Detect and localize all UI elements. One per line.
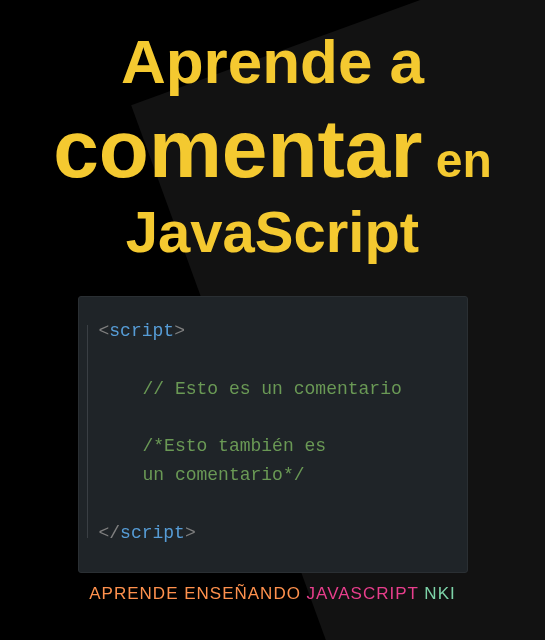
code-line-blank-3 — [99, 490, 443, 519]
code-line-comment-1: // Esto es un comentario — [99, 375, 443, 404]
title-word-en: en — [422, 134, 491, 187]
title-block: Aprende a comentar en JavaScript — [53, 28, 491, 264]
title-line-1: Aprende a — [53, 28, 491, 96]
title-word-comentar: comentar — [53, 103, 422, 194]
footer-text: APRENDE ENSEÑANDO JAVASCRIPT NKI — [0, 584, 545, 604]
footer-aprende: APRENDE ENSEÑANDO — [89, 584, 306, 603]
main-content: Aprende a comentar en JavaScript <script… — [0, 0, 545, 640]
footer-nki: NKI — [424, 584, 455, 603]
code-line-comment-2b: un comentario*/ — [99, 461, 443, 490]
code-line-blank-2 — [99, 404, 443, 433]
code-line-comment-2a: /*Esto también es — [99, 432, 443, 461]
footer-javascript: JAVASCRIPT — [307, 584, 425, 603]
title-line-2: comentar en — [53, 104, 491, 194]
code-line-blank-1 — [99, 346, 443, 375]
code-line-open-tag: <script> — [99, 317, 443, 346]
indent-guide — [87, 325, 88, 537]
code-snippet: <script> // Esto es un comentario /*Esto… — [78, 296, 468, 572]
title-line-3: JavaScript — [53, 200, 491, 264]
code-line-close-tag: </script> — [99, 519, 443, 548]
